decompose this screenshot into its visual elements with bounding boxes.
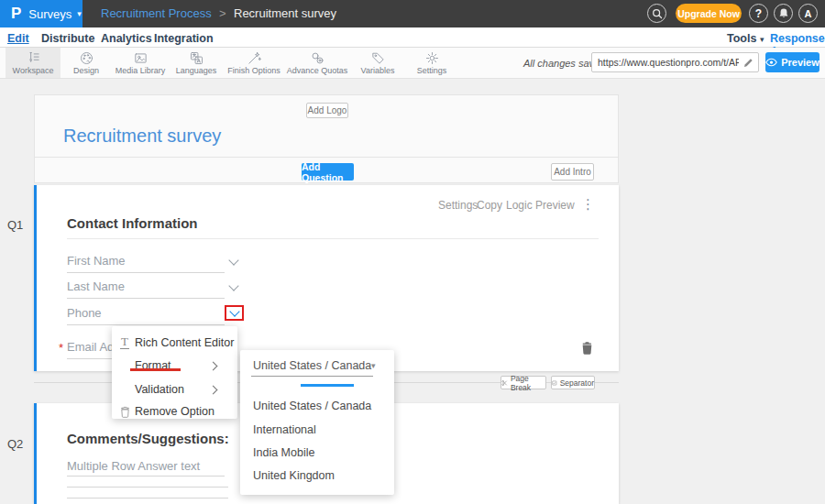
questionpro-logo-icon: P xyxy=(11,5,21,23)
finish-options-icon xyxy=(246,50,263,66)
toolbar-item-languages[interactable]: Languages xyxy=(169,48,224,78)
q1-preview-link[interactable]: Preview xyxy=(535,199,575,212)
toolbar-item-media-library[interactable]: Media Library xyxy=(112,48,169,78)
chevron-down-icon: ▾ xyxy=(760,35,764,44)
format-option-united-kingdom[interactable]: United Kingdom xyxy=(253,469,335,482)
add-intro-button[interactable]: Add Intro xyxy=(551,163,594,181)
menu-item-rich-content-editor[interactable]: T Rich Content Editor xyxy=(112,333,237,355)
breadcrumb-current: Recruitment survey xyxy=(234,0,336,27)
trash-icon xyxy=(120,406,130,418)
search-icon xyxy=(652,8,663,19)
bell-icon xyxy=(778,7,789,19)
help-icon: ? xyxy=(755,7,762,20)
add-question-button[interactable]: Add Question xyxy=(302,163,354,181)
separator-icon xyxy=(552,379,557,387)
toolbar-item-advance-quotas[interactable]: Advance Quotas xyxy=(284,48,350,78)
toolbar-item-settings[interactable]: Settings xyxy=(405,48,458,78)
edit-url-icon[interactable] xyxy=(743,58,754,68)
toolbar-item-variables[interactable]: Variables xyxy=(350,48,405,78)
avatar: A xyxy=(805,8,812,19)
preview-label: Preview xyxy=(781,57,820,68)
survey-url-field[interactable]: https://www.questionpro.com/t/APNrFZ xyxy=(591,52,759,72)
languages-icon xyxy=(188,50,205,66)
last-name-dropdown-icon[interactable] xyxy=(228,280,238,290)
tab-edit[interactable]: Edit xyxy=(7,32,29,45)
q1-title[interactable]: Contact Information xyxy=(67,215,198,231)
breadcrumb-separator: > xyxy=(219,0,226,27)
help-button[interactable]: ? xyxy=(749,4,768,23)
select-underline xyxy=(251,376,373,377)
field-phone[interactable]: Phone xyxy=(67,306,102,320)
question-number-q2: Q2 xyxy=(7,437,23,451)
tab-distribute[interactable]: Distribute xyxy=(41,32,94,45)
advance-quotas-icon xyxy=(309,50,326,66)
q1-logic-link[interactable]: Logic xyxy=(506,199,533,212)
menu-item-format[interactable]: Format xyxy=(112,356,237,378)
add-logo-button[interactable]: Add Logo xyxy=(306,103,348,118)
first-name-dropdown-icon[interactable] xyxy=(228,255,238,265)
surveys-menu-label: Surveys xyxy=(28,7,72,21)
notifications-button[interactable] xyxy=(774,4,793,23)
submenu-arrow-icon xyxy=(209,386,218,395)
tab-integration[interactable]: Integration xyxy=(154,32,214,45)
tab-analytics[interactable]: Analytics xyxy=(101,32,152,45)
format-option-us-canada[interactable]: United States / Canada xyxy=(253,400,371,412)
eye-icon xyxy=(765,58,777,67)
header-divider xyxy=(35,157,618,158)
toolbar-item-design[interactable]: Design xyxy=(60,48,112,78)
delete-row-trash-icon[interactable] xyxy=(581,341,593,355)
breadcrumb-parent[interactable]: Recruitment Process xyxy=(101,0,212,27)
survey-editor-screen: P Surveys ▾ Recruitment Process > Recrui… xyxy=(0,0,825,504)
settings-icon xyxy=(424,50,441,66)
format-select[interactable]: United States / Canada xyxy=(253,359,371,372)
select-focus-indicator xyxy=(301,384,354,387)
survey-url-value: https://www.questionpro.com/t/APNrFZ xyxy=(592,57,739,68)
q1-title-divider xyxy=(67,238,599,239)
upgrade-now-label: Upgrade Now xyxy=(677,8,740,19)
field-last-name[interactable]: Last Name xyxy=(67,279,125,293)
more-options-icon[interactable]: ⋮ xyxy=(581,196,595,213)
survey-header-card: Add Logo Recruitment survey Add Question… xyxy=(34,94,619,183)
surveys-menu[interactable]: P Surveys ▾ xyxy=(0,0,82,27)
q2-answer-placeholder[interactable]: Multiple Row Answer text xyxy=(67,459,200,473)
text-format-icon: T xyxy=(120,335,129,349)
search-button[interactable] xyxy=(647,4,666,23)
survey-title[interactable]: Recruitment survey xyxy=(63,126,221,147)
q1-settings-link[interactable]: Settings xyxy=(438,199,478,212)
select-caret-icon: ▾ xyxy=(371,361,376,370)
toolbar-item-workspace[interactable]: Workspace xyxy=(6,48,60,78)
page-break-button[interactable]: Page Break xyxy=(500,376,546,389)
format-submenu: United States / Canada ▾ United States /… xyxy=(240,350,394,495)
chevron-down-icon: ▾ xyxy=(77,9,82,18)
upgrade-now-button[interactable]: Upgrade Now xyxy=(676,4,742,23)
format-option-international[interactable]: International xyxy=(253,423,316,436)
question-number-q1: Q1 xyxy=(7,218,23,232)
menu-item-validation[interactable]: Validation xyxy=(112,379,237,401)
workspace-icon xyxy=(25,50,42,66)
menu-item-remove-option[interactable]: Remove Option xyxy=(112,401,237,423)
annotation-highlight-box xyxy=(225,305,244,321)
q2-title[interactable]: Comments/Suggestions: xyxy=(67,431,229,446)
toolbar-item-finish-options[interactable]: Finish Options xyxy=(224,48,284,78)
media-library-icon xyxy=(132,50,149,66)
variables-icon xyxy=(369,50,387,66)
field-first-name[interactable]: First Name xyxy=(67,254,126,268)
account-button[interactable]: A xyxy=(798,4,818,23)
top-bar: P Surveys ▾ Recruitment Process > Recrui… xyxy=(0,0,825,27)
preview-button[interactable]: Preview xyxy=(765,52,820,72)
required-asterisk: * xyxy=(59,341,63,355)
phone-dropdown-icon[interactable] xyxy=(229,306,239,316)
q1-copy-link[interactable]: Copy xyxy=(477,199,502,212)
separator-button[interactable]: Separator xyxy=(551,376,595,389)
submenu-arrow-icon xyxy=(209,362,218,371)
format-option-india-mobile[interactable]: India Mobile xyxy=(253,446,314,459)
option-context-menu: T Rich Content Editor Format Validation … xyxy=(112,326,237,419)
scissors-icon xyxy=(501,379,508,387)
annotation-underline xyxy=(130,368,181,371)
tools-menu[interactable]: Tools ▾ xyxy=(727,32,764,45)
tools-label: Tools xyxy=(727,32,756,45)
design-icon xyxy=(78,50,95,66)
